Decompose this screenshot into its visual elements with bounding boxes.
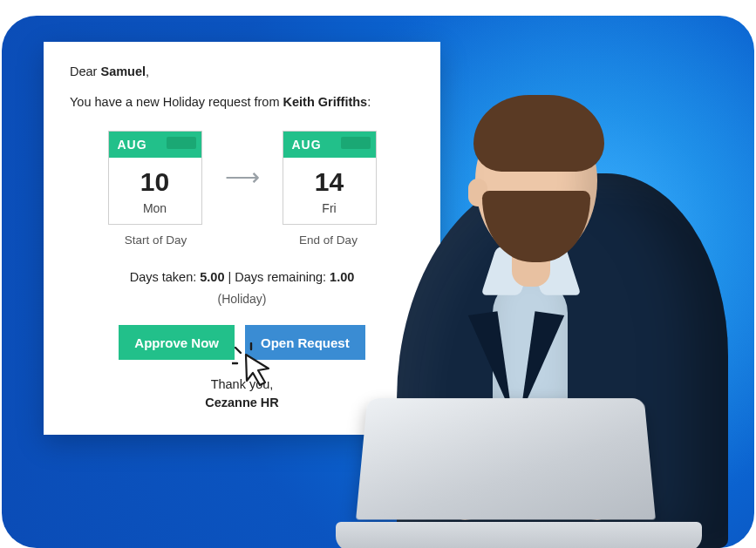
- days-remaining-label: Days remaining:: [235, 270, 330, 284]
- start-day-of-week: Mon: [109, 200, 201, 217]
- greeting-suffix: ,: [146, 64, 149, 78]
- approve-button[interactable]: Approve Now: [119, 325, 235, 360]
- start-month: AUG: [109, 132, 201, 158]
- start-day-number: 10: [109, 158, 201, 201]
- days-taken-value: 5.00: [200, 270, 224, 284]
- intro-line: You have a new Holiday request from Keit…: [70, 93, 414, 112]
- start-date-tile: AUG 10 Mon: [108, 131, 202, 225]
- signoff-thanks: Thank you,: [211, 377, 274, 391]
- arrow-right-icon: ⟶: [225, 160, 260, 196]
- date-captions-row: Start of Day End of Day: [70, 232, 414, 249]
- summary-type: (Holiday): [70, 290, 414, 308]
- end-date-tile: AUG 14 Fri: [283, 131, 377, 225]
- open-request-button[interactable]: Open Request: [245, 325, 365, 360]
- requester-name: Keith Griffiths: [283, 95, 368, 109]
- end-caption: End of Day: [282, 232, 376, 249]
- start-caption: Start of Day: [109, 232, 203, 249]
- intro-prefix: You have a new Holiday request from: [70, 95, 283, 109]
- summary-separator: |: [224, 270, 235, 284]
- button-row: Approve Now Open Request: [70, 325, 414, 360]
- end-day-number: 14: [283, 158, 376, 201]
- greeting-line: Dear Samuel,: [70, 63, 414, 81]
- holiday-request-card: Dear Samuel, You have a new Holiday requ…: [44, 42, 440, 435]
- signoff: Thank you, Cezanne HR: [70, 375, 414, 412]
- end-month: AUG: [283, 132, 376, 158]
- intro-suffix: :: [367, 95, 371, 109]
- date-range-row: AUG 10 Mon ⟶ AUG 14 Fri: [70, 131, 414, 225]
- days-remaining-value: 1.00: [330, 270, 354, 284]
- signoff-brand: Cezanne HR: [70, 394, 414, 412]
- days-taken-label: Days taken:: [130, 270, 201, 284]
- svg-line-1: [235, 348, 241, 353]
- end-day-of-week: Fri: [283, 200, 376, 217]
- summary-line: Days taken: 5.00 | Days remaining: 1.00: [70, 268, 414, 287]
- greeting-prefix: Dear: [70, 64, 100, 78]
- recipient-name: Samuel: [100, 64, 146, 78]
